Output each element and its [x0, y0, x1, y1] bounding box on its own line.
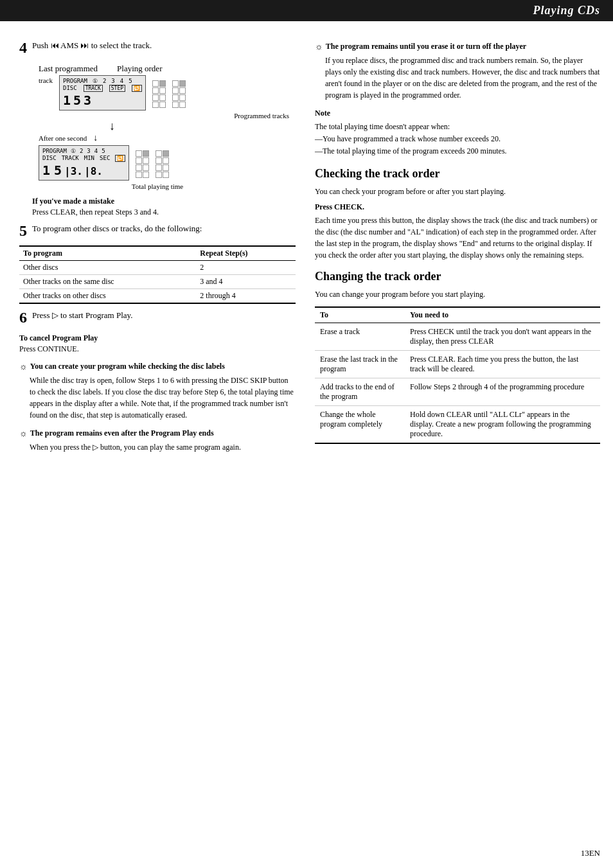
track-grid-1	[152, 80, 166, 108]
right-tip-remains: ☼ The program remains until you erase it…	[315, 42, 600, 101]
cancel-section: To cancel Program Play Press CONTINUE.	[19, 333, 296, 354]
page-header: Playing CDs	[0, 0, 613, 21]
track-grid-3	[136, 150, 149, 178]
need-add-tracks: Follow Steps 2 through 4 of the programm…	[405, 378, 600, 405]
checking-intro: You can check your program before or aft…	[315, 186, 600, 197]
checking-section: Checking the track order You can check y…	[315, 167, 600, 261]
note-box: Note The total playing time doesn't appe…	[315, 109, 600, 158]
press-check-label: Press CHECK.	[315, 202, 600, 212]
step5-text: To program other discs or tracks, do the…	[32, 224, 296, 234]
step6-number: 6	[19, 309, 27, 326]
table-row: Add tracks to the end of the program Fol…	[315, 378, 600, 405]
table-row: Erase the last track in the program Pres…	[315, 350, 600, 378]
after-one-second-row: After one second ↓	[39, 133, 296, 143]
tip1-icon: ☼	[19, 362, 28, 372]
prog-label: PROGRAM	[63, 78, 87, 84]
step5-number: 5	[19, 222, 27, 240]
cell-repeat-2: 2	[196, 261, 296, 275]
display-box-1: PROGRAM ① 2 3 4 5 DISC TRACK STEP 🔁	[59, 75, 146, 111]
note-line-2: —The total playing time of the program e…	[315, 145, 600, 157]
cancel-title: To cancel Program Play	[19, 333, 296, 343]
cancel-text: Press CONTINUE.	[19, 344, 296, 354]
arrow-down: ↓	[109, 120, 296, 133]
table-row: Other discs 2	[19, 261, 296, 275]
step-display: STEP	[109, 85, 125, 92]
note-line-1: —You have programmed a track whose numbe…	[315, 133, 600, 145]
right-column: ☼ The program remains until you erase it…	[308, 34, 600, 461]
table-row: Other tracks on the same disc 3 and 4	[19, 275, 296, 289]
need-change-whole: Hold down CLEAR until "ALL CLr" appears …	[405, 405, 600, 443]
program-table: To program Repeat Step(s) Other discs 2 …	[19, 245, 296, 304]
need-erase-last: Press CLEAR. Each time you press the but…	[405, 350, 600, 378]
step4-text: Push ⏮ AMS ⏭ to select the track.	[32, 40, 296, 51]
tip2-icon: ☼	[19, 429, 28, 439]
table-row: Erase a track Press CHECK until the trac…	[315, 323, 600, 350]
step6-text: Press ▷ to start Program Play.	[32, 310, 296, 321]
tip1-body: While the disc tray is open, follow Step…	[30, 375, 296, 421]
total-playing-time-label: Total playing time	[19, 182, 296, 190]
programmed-tracks-label: Programmed tracks	[32, 112, 289, 120]
checking-title: Checking the track order	[315, 167, 600, 181]
mistake-section: If you've made a mistake Press CLEAR, th…	[32, 197, 296, 217]
col-to: To	[315, 307, 405, 323]
display-labels: Last programmed Playing order	[39, 64, 296, 74]
changing-intro: You can change your program before you s…	[315, 288, 600, 300]
tip2-box: ☼ The program remains even after the Pro…	[19, 429, 296, 453]
to-change-whole: Change the whole program completely	[315, 405, 405, 443]
cell-same-disc: Other tracks on the same disc	[19, 275, 196, 289]
after-one-second-label: After one second	[39, 134, 87, 142]
cell-other-discs: Other discs	[19, 261, 196, 275]
right-tip-title-text: The program remains until you erase it o…	[326, 42, 526, 51]
checking-body: Each time you press this button, the dis…	[315, 215, 600, 261]
left-column: 4 Push ⏮ AMS ⏭ to select the track. Last…	[19, 34, 296, 461]
changing-title: Changing the track order	[315, 270, 600, 283]
changing-table: To You need to Erase a track Press CHECK…	[315, 306, 600, 444]
page-number: 13EN	[581, 848, 600, 858]
last-programmed-label: Last programmed	[39, 64, 98, 74]
tip2-title: ☼ The program remains even after the Pro…	[19, 429, 296, 439]
step5-section: 5 To program other discs or tracks, do t…	[19, 224, 296, 304]
track-grid-4	[155, 150, 169, 178]
changing-section: Changing the track order You can change …	[315, 270, 600, 444]
track-label: track	[39, 76, 53, 84]
page-number-text: 13EN	[581, 848, 600, 858]
display-box-2: PROGRAM ① 2 3 4 5 DISC TRACK MIN SEC 🔁	[39, 145, 129, 181]
display-top-container: track PROGRAM ① 2 3 4 5 DISC TRACK STEP	[39, 75, 296, 111]
mistake-text: Press CLEAR, then repeat Steps 3 and 4.	[32, 208, 296, 217]
cell-other-discs-2: Other tracks on other discs	[19, 289, 196, 304]
tip1-title-text: You can create your program while checki…	[30, 362, 225, 371]
col-you-need: You need to	[405, 307, 600, 323]
note-title: Note	[315, 109, 600, 118]
step4-section: 4 Push ⏮ AMS ⏭ to select the track.	[19, 40, 296, 57]
page-title: Playing CDs	[533, 4, 600, 17]
tip2-body: When you press the ▷ button, you can pla…	[30, 441, 296, 453]
col-to-program: To program	[19, 246, 196, 261]
display-section: Last programmed Playing order track PROG…	[32, 64, 296, 190]
to-add-tracks: Add tracks to the end of the program	[315, 378, 405, 405]
tip1-box: ☼ You can create your program while chec…	[19, 362, 296, 421]
note-body: The total playing time doesn't appear wh…	[315, 121, 600, 158]
mistake-title: If you've made a mistake	[32, 197, 296, 206]
display-bottom-container: PROGRAM ① 2 3 4 5 DISC TRACK MIN SEC 🔁	[39, 145, 296, 181]
step4-number: 4	[19, 39, 27, 57]
tip1-title: ☼ You can create your program while chec…	[19, 362, 296, 372]
cell-repeat-3-4: 3 and 4	[196, 275, 296, 289]
cell-repeat-2-4: 2 through 4	[196, 289, 296, 304]
to-erase-last: Erase the last track in the program	[315, 350, 405, 378]
note-line-0: The total playing time doesn't appear wh…	[315, 121, 600, 133]
table-row: Change the whole program completely Hold…	[315, 405, 600, 443]
track-grid-2	[172, 80, 186, 108]
right-tip-remains-title: ☼ The program remains until you erase it…	[315, 42, 600, 52]
right-tip-remains-body: If you replace discs, the programmed dis…	[325, 55, 600, 101]
track-display: TRACK	[84, 85, 103, 92]
right-tip-icon: ☼	[315, 42, 323, 52]
tip2-title-text: The program remains even after the Progr…	[30, 429, 214, 438]
need-erase-track: Press CHECK until the track you don't wa…	[405, 323, 600, 350]
to-erase-track: Erase a track	[315, 323, 405, 350]
table-row: Other tracks on other discs 2 through 4	[19, 289, 296, 304]
col-repeat-steps: Repeat Step(s)	[196, 246, 296, 261]
step6-section: 6 Press ▷ to start Program Play.	[19, 310, 296, 327]
playing-order-label: Playing order	[117, 64, 162, 74]
